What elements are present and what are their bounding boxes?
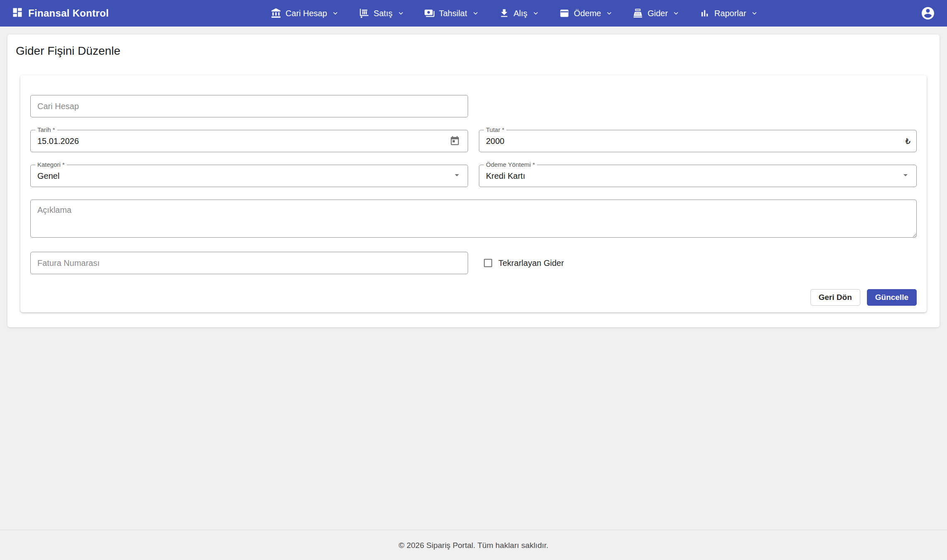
back-button[interactable]: Geri Dön (810, 289, 860, 306)
nav-label: Gider (647, 9, 668, 18)
cash-register-icon (632, 8, 643, 19)
nav-label: Ödeme (574, 9, 601, 18)
expense-form-card: Tarih * Tutar * ₺ Kategori * (20, 75, 927, 312)
bar-chart-icon (699, 8, 710, 19)
aciklama-field-wrap (30, 200, 917, 239)
nav-item-satis[interactable]: Satış (359, 8, 405, 19)
fatura-no-input[interactable] (30, 252, 468, 274)
chevron-down-icon (471, 9, 480, 17)
brand[interactable]: Finansal Kontrol (12, 7, 109, 20)
aciklama-textarea[interactable] (30, 200, 917, 238)
odeme-yontemi-select[interactable]: Kredi Kartı (479, 165, 917, 187)
nav-label: Cari Hesap (286, 9, 327, 18)
account-circle-icon[interactable] (920, 6, 935, 21)
main-menu: Cari Hesap Satış Tahsilat (271, 8, 759, 19)
chevron-down-icon (397, 9, 405, 17)
tutar-label: Tutar * (484, 126, 506, 134)
tarih-input[interactable] (37, 136, 448, 146)
tutar-field-wrap: Tutar * ₺ (479, 130, 917, 152)
spacer (479, 95, 917, 117)
nav-item-gider[interactable]: Gider (632, 8, 680, 19)
dropdown-arrow-icon (901, 170, 910, 182)
checkbox-icon[interactable] (484, 259, 492, 267)
wallet-icon (559, 8, 570, 19)
fatura-no-field-wrap (30, 252, 468, 274)
nav-item-tahsilat[interactable]: Tahsilat (424, 8, 480, 19)
nav-item-alis[interactable]: Alış (499, 8, 540, 19)
footer: © 2026 Sipariş Portal. Tüm hakları saklı… (0, 530, 947, 560)
dropdown-arrow-icon (452, 170, 462, 182)
download-icon (499, 8, 510, 19)
nav-item-raporlar[interactable]: Raporlar (699, 8, 759, 19)
odeme-yontemi-value: Kredi Kartı (486, 171, 901, 181)
nav-label: Tahsilat (439, 9, 467, 18)
odeme-yontemi-field-wrap: Ödeme Yöntemi * Kredi Kartı (479, 165, 917, 187)
kategori-value: Genel (37, 171, 452, 181)
page-title: Gider Fişini Düzenle (16, 44, 933, 58)
trolley-icon (359, 8, 369, 19)
cari-hesap-field-wrap (30, 95, 468, 117)
bank-icon (271, 8, 281, 19)
nav-item-odeme[interactable]: Ödeme (559, 8, 614, 19)
dashboard-icon (12, 7, 23, 20)
chevron-down-icon (672, 9, 680, 17)
cari-hesap-input[interactable] (30, 95, 468, 117)
nav-label: Alış (514, 9, 527, 18)
chevron-down-icon (331, 9, 339, 17)
copyright-text: © 2026 Sipariş Portal. Tüm hakları saklı… (398, 541, 548, 550)
kategori-field-wrap: Kategori * Genel (30, 165, 468, 187)
tarih-label: Tarih * (35, 126, 57, 134)
chevron-down-icon (750, 9, 759, 17)
payments-icon (424, 8, 435, 19)
kategori-select[interactable]: Genel (30, 165, 468, 187)
form-actions: Geri Dön Güncelle (30, 289, 917, 306)
tutar-field[interactable]: ₺ (479, 130, 917, 152)
page-card: Gider Fişini Düzenle Tarih * Tutar * (7, 34, 940, 327)
tekrarlayan-gider-checkbox-row[interactable]: Tekrarlayan Gider (479, 252, 917, 274)
app-title: Finansal Kontrol (28, 7, 109, 19)
tutar-input[interactable] (486, 136, 902, 146)
tarih-field-wrap: Tarih * (30, 130, 468, 152)
calendar-icon[interactable] (448, 134, 462, 148)
chevron-down-icon (605, 9, 613, 17)
top-navbar: Finansal Kontrol Cari Hesap Satış T (0, 0, 947, 27)
tarih-field[interactable] (30, 130, 468, 152)
nav-item-cari-hesap[interactable]: Cari Hesap (271, 8, 339, 19)
nav-label: Satış (373, 9, 393, 18)
chevron-down-icon (532, 9, 540, 17)
kategori-label: Kategori * (35, 161, 67, 169)
currency-suffix: ₺ (905, 136, 910, 146)
nav-label: Raporlar (714, 9, 746, 18)
tekrarlayan-gider-label: Tekrarlayan Gider (498, 258, 564, 268)
update-button[interactable]: Güncelle (867, 289, 917, 306)
odeme-yontemi-label: Ödeme Yöntemi * (484, 161, 537, 169)
